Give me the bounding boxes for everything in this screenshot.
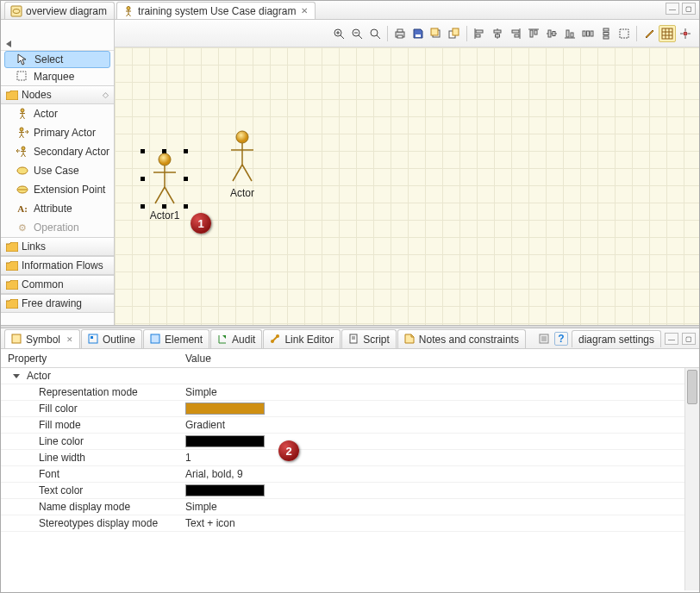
- prop-fill-color[interactable]: Fill color: [1, 401, 699, 417]
- zoom-fit-icon[interactable]: [366, 25, 384, 42]
- distribute-v-icon[interactable]: [597, 25, 615, 42]
- element-tab-icon: [150, 334, 161, 345]
- line-color-swatch[interactable]: [185, 435, 265, 447]
- usecase-icon: [16, 165, 28, 177]
- clone-icon[interactable]: [446, 25, 463, 42]
- drawer-common[interactable]: Common: [1, 275, 114, 294]
- palette-node-extension-point[interactable]: Extension Point: [1, 180, 114, 199]
- palette-node-operation[interactable]: ⚙Operation: [1, 218, 114, 237]
- save-icon[interactable]: [409, 25, 427, 42]
- diagram-actor2[interactable]: Actor: [218, 127, 266, 199]
- svg-rect-65: [603, 32, 609, 34]
- tab-element[interactable]: Element: [143, 329, 209, 348]
- align-top-icon[interactable]: [525, 25, 542, 42]
- prop-name-display-mode[interactable]: Name display modeSimple: [1, 499, 699, 515]
- help-icon[interactable]: ?: [554, 332, 568, 346]
- minimize-button[interactable]: —: [665, 333, 678, 345]
- diagram-canvas[interactable]: Actor1 Actor: [115, 47, 699, 325]
- tab-label: overview diagram: [26, 5, 107, 17]
- text-color-swatch[interactable]: [185, 484, 265, 496]
- diagram-actor1[interactable]: Actor1: [141, 149, 189, 222]
- tab-diagram-settings[interactable]: diagram settings: [572, 330, 661, 347]
- copy-image-icon[interactable]: [428, 25, 445, 42]
- primary-actor-icon: [16, 127, 28, 139]
- svg-rect-36: [397, 29, 403, 32]
- grid-toggle-icon[interactable]: [659, 25, 676, 42]
- close-icon[interactable]: ✕: [301, 6, 308, 16]
- palette-collapse-strip[interactable]: [1, 20, 114, 51]
- palette-node-primary-actor[interactable]: Primary Actor: [1, 123, 114, 142]
- svg-rect-62: [587, 31, 590, 36]
- tool-marquee[interactable]: Marquee: [1, 68, 114, 85]
- prop-line-width[interactable]: Line width1: [1, 450, 699, 466]
- palette-node-label: Attribute: [34, 203, 72, 215]
- pin-icon[interactable]: ◇: [103, 91, 109, 99]
- svg-point-78: [159, 153, 171, 165]
- svg-rect-57: [553, 31, 555, 35]
- svg-rect-40: [431, 28, 438, 35]
- palette-node-label: Extension Point: [34, 184, 105, 196]
- svg-rect-88: [12, 334, 21, 343]
- prop-line-color[interactable]: Line color: [1, 434, 699, 450]
- minimize-button[interactable]: —: [666, 3, 679, 15]
- svg-line-6: [128, 14, 131, 16]
- tool-select[interactable]: Select: [4, 51, 110, 68]
- cursor-icon: [17, 53, 29, 66]
- maximize-button[interactable]: ▢: [682, 3, 696, 15]
- align-middle-icon[interactable]: [543, 25, 560, 42]
- drawer-label: Nodes: [22, 89, 52, 101]
- print-icon[interactable]: [391, 25, 409, 42]
- svg-point-18: [22, 147, 25, 150]
- scrollbar-thumb[interactable]: [687, 370, 697, 404]
- same-size-icon[interactable]: [616, 25, 633, 42]
- svg-point-92: [271, 340, 274, 343]
- distribute-h-icon[interactable]: [579, 25, 597, 42]
- tab-training-usecase-diagram[interactable]: training system Use Case diagram ✕: [116, 2, 316, 19]
- tab-outline[interactable]: Outline: [81, 329, 142, 348]
- properties-table: Actor Representation modeSimple Fill col…: [1, 368, 699, 590]
- svg-rect-44: [476, 30, 483, 33]
- tab-symbol[interactable]: Symbol✕: [4, 329, 80, 348]
- align-bottom-icon[interactable]: [561, 25, 578, 42]
- tab-link-editor[interactable]: Link Editor: [263, 329, 341, 348]
- palette-node-actor[interactable]: Actor: [1, 104, 114, 123]
- col-value: Value: [185, 353, 211, 365]
- snap-icon[interactable]: [677, 25, 694, 42]
- align-right-icon[interactable]: [507, 25, 524, 42]
- brush-icon[interactable]: [641, 25, 658, 42]
- align-center-h-icon[interactable]: [489, 25, 506, 42]
- svg-line-87: [242, 165, 252, 181]
- palette: Select Marquee Nodes ◇ Actor Primary Act…: [1, 20, 115, 325]
- view-menu-icon[interactable]: [537, 332, 551, 346]
- tab-notes[interactable]: Notes and constraints: [397, 329, 526, 348]
- zoom-in-icon[interactable]: [330, 25, 347, 42]
- prop-fill-mode[interactable]: Fill modeGradient: [1, 417, 699, 434]
- palette-node-secondary-actor[interactable]: Secondary Actor: [1, 142, 114, 161]
- zoom-out-icon[interactable]: [348, 25, 366, 42]
- prop-stereotypes-display-mode[interactable]: Stereotypes display modeText + icon: [1, 515, 699, 532]
- fill-color-swatch[interactable]: [185, 403, 265, 415]
- drawer-nodes[interactable]: Nodes ◇: [1, 85, 114, 104]
- properties-scrollbar[interactable]: [684, 368, 699, 590]
- maximize-button[interactable]: ▢: [682, 333, 696, 345]
- tab-script[interactable]: Script: [341, 329, 397, 348]
- prop-text-color[interactable]: Text color: [1, 483, 699, 499]
- drawer-information-flows[interactable]: Information Flows: [1, 256, 114, 275]
- tab-audit[interactable]: Audit: [210, 329, 262, 348]
- align-left-icon[interactable]: [471, 25, 488, 42]
- expand-icon[interactable]: [13, 374, 20, 378]
- close-icon[interactable]: ✕: [66, 335, 73, 344]
- marquee-icon: [16, 71, 28, 83]
- tab-overview-diagram[interactable]: overview diagram: [4, 2, 115, 19]
- palette-node-usecase[interactable]: Use Case: [1, 161, 114, 180]
- prop-representation-mode[interactable]: Representation modeSimple: [1, 384, 699, 401]
- palette-node-attribute[interactable]: A:Attribute: [1, 199, 114, 218]
- link-editor-tab-icon: [270, 334, 281, 345]
- prop-font[interactable]: FontArial, bold, 9: [1, 466, 699, 483]
- col-property: Property: [8, 353, 47, 365]
- svg-line-16: [20, 134, 22, 138]
- drawer-free-drawing[interactable]: Free drawing: [1, 294, 114, 313]
- prop-group-actor[interactable]: Actor: [1, 368, 699, 384]
- drawer-links[interactable]: Links: [1, 237, 114, 256]
- tool-label: Select: [34, 53, 63, 66]
